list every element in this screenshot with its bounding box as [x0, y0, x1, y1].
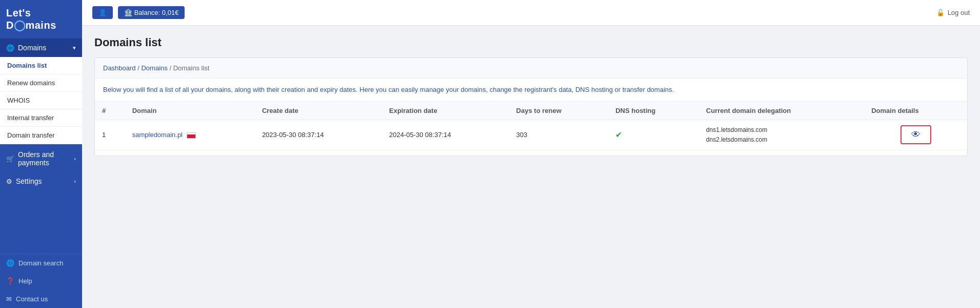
chevron-settings-icon: ›: [74, 178, 76, 184]
cell-domain: sampledomain.pl: [125, 120, 255, 150]
logout-label: Log out: [948, 9, 970, 16]
page-title: Domains list: [94, 36, 968, 49]
col-num: #: [95, 102, 125, 120]
sidebar-item-renew-domains[interactable]: Renew domains: [0, 74, 82, 92]
cell-expiration-date: 2024-05-30 08:37:14: [382, 120, 509, 150]
sidebar-section-domains: 🌐 Domains ▾ Domains list Renew domains W…: [0, 38, 82, 144]
col-details: Domain details: [864, 102, 967, 120]
search-globe-icon: 🌐: [6, 259, 14, 267]
app-logo: Let's D◯mains: [0, 0, 82, 38]
col-create-date: Create date: [255, 102, 382, 120]
domains-table: # Domain Create date Expiration date Day…: [95, 102, 967, 150]
dns2: dns2.letsdomains.com: [706, 135, 857, 145]
table-body: 1 sampledomain.pl 2023-05-30 08:37:14 20…: [95, 120, 967, 150]
page-content: Domains list Dashboard / Domains / Domai…: [82, 26, 980, 308]
cell-num: 1: [95, 120, 125, 150]
col-delegation: Current domain delegation: [699, 102, 864, 120]
breadcrumb-domains[interactable]: Domains: [141, 64, 167, 72]
sidebar-item-domain-search[interactable]: 🌐 Domain search: [0, 254, 82, 272]
eye-icon[interactable]: 👁: [911, 129, 921, 140]
sidebar-item-whois[interactable]: WHOIS: [0, 92, 82, 109]
sidebar-domains-label: Domains: [18, 44, 46, 52]
table-row: 1 sampledomain.pl 2023-05-30 08:37:14 20…: [95, 120, 967, 150]
content-card: Dashboard / Domains / Domains list Below…: [94, 57, 968, 156]
sidebar-item-domains-list[interactable]: Domains list: [0, 57, 82, 74]
balance-label: Balance: 0,01€: [134, 9, 179, 16]
sidebar-item-internal-transfer[interactable]: Internal transfer: [0, 109, 82, 127]
sidebar-item-settings[interactable]: ⚙ Settings ›: [0, 172, 82, 190]
details-highlight-box: 👁: [901, 125, 931, 144]
cell-details: 👁: [864, 120, 967, 150]
topbar-left: 👤 🏦 Balance: 0,01€: [92, 6, 185, 19]
breadcrumb-sep2: /: [169, 64, 173, 72]
cell-dns-hosting: ✔: [608, 120, 699, 150]
chevron-icon: ▾: [73, 45, 76, 51]
user-button[interactable]: 👤: [92, 6, 113, 19]
sidebar-settings-label: Settings: [16, 177, 42, 185]
topbar: 👤 🏦 Balance: 0,01€ 🔓 Log out: [82, 0, 980, 26]
contact-icon: ✉: [6, 295, 12, 303]
sidebar-item-domains[interactable]: 🌐 Domains ▾: [0, 38, 82, 57]
user-icon: 👤: [98, 9, 107, 16]
domain-link[interactable]: sampledomain.pl: [132, 131, 183, 139]
description-static: Below you will find a list of all your d…: [103, 86, 357, 93]
chevron-orders-icon: ›: [74, 156, 76, 162]
main-area: 👤 🏦 Balance: 0,01€ 🔓 Log out Domains lis…: [82, 0, 980, 308]
cell-days-to-renew: 303: [509, 120, 609, 150]
dns-text: dns1.letsdomains.com dns2.letsdomains.co…: [706, 125, 857, 145]
sidebar-orders-label: Orders and payments: [18, 150, 74, 167]
col-dns-hosting: DNS hosting: [608, 102, 699, 120]
cart-icon: 🛒: [6, 155, 14, 163]
contact-label: Contact us: [16, 295, 48, 303]
cell-delegation: dns1.letsdomains.com dns2.letsdomains.co…: [699, 120, 864, 150]
globe-icon: 🌐: [6, 44, 14, 52]
col-expiration-date: Expiration date: [382, 102, 509, 120]
logout-area[interactable]: 🔓 Log out: [936, 9, 970, 16]
breadcrumb: Dashboard / Domains / Domains list: [95, 58, 967, 79]
wallet-icon: 🏦: [124, 9, 132, 16]
dns1: dns1.letsdomains.com: [706, 125, 857, 135]
col-domain: Domain: [125, 102, 255, 120]
sidebar-item-help[interactable]: ❓ Help: [0, 272, 82, 290]
sidebar-domains-submenu: Domains list Renew domains WHOIS Interna…: [0, 57, 82, 144]
dns-check-icon: ✔: [615, 130, 622, 139]
sidebar-item-orders[interactable]: 🛒 Orders and payments ›: [0, 145, 82, 172]
help-label: Help: [18, 277, 32, 285]
cell-create-date: 2023-05-30 08:37:14: [255, 120, 382, 150]
description: Below you will find a list of all your d…: [95, 79, 967, 102]
col-days-to-renew: Days to renew: [509, 102, 609, 120]
sidebar-item-contact[interactable]: ✉ Contact us: [0, 290, 82, 308]
description-link[interactable]: Here you can easily manage your domains,…: [359, 86, 674, 93]
gear-icon: ⚙: [6, 178, 12, 185]
breadcrumb-dashboard[interactable]: Dashboard: [103, 64, 136, 72]
help-icon: ❓: [6, 277, 14, 285]
flag-icon: [187, 132, 196, 139]
logout-icon: 🔓: [936, 9, 945, 16]
sidebar-item-domain-transfer[interactable]: Domain transfer: [0, 127, 82, 144]
balance-button[interactable]: 🏦 Balance: 0,01€: [118, 6, 185, 19]
table-header: # Domain Create date Expiration date Day…: [95, 102, 967, 120]
domain-search-label: Domain search: [18, 259, 63, 267]
sidebar: Let's D◯mains 🌐 Domains ▾ Domains list R…: [0, 0, 82, 308]
breadcrumb-current: Domains list: [173, 64, 210, 72]
sidebar-bottom: 🌐 Domain search ❓ Help ✉ Contact us: [0, 254, 82, 308]
